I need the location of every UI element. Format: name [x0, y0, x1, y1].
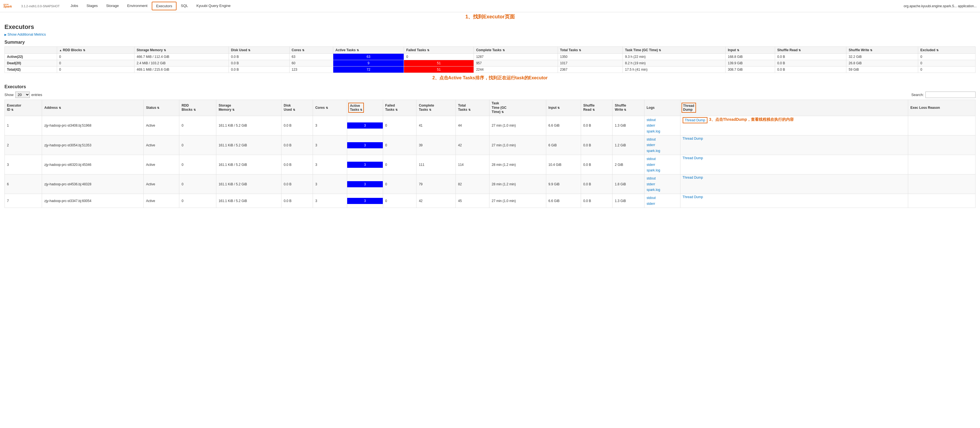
summary-col-rdd[interactable]: ▲ RDD Blocks ⇅ — [57, 47, 134, 54]
show-metrics-link[interactable]: Show Additional Metrics — [5, 32, 46, 36]
summary-col-task-time[interactable]: Task Time (GC Time) ⇅ — [623, 47, 725, 54]
thread-dump-link[interactable]: Thread Dump — [682, 156, 703, 160]
log-link-stdout[interactable]: stdout — [647, 196, 656, 200]
summary-cell: 17.5 h (41 min) — [623, 67, 725, 73]
exec-shuffle-read-cell: 0.0 B — [581, 155, 612, 174]
summary-col-failed-tasks[interactable]: Failed Tasks ⇅ — [404, 47, 474, 54]
summary-cell: 8.2 h (19 min) — [623, 60, 725, 67]
exec-col-disk[interactable]: DiskUsed ⇅ — [282, 100, 313, 116]
exec-total-tasks-cell: 82 — [456, 174, 490, 194]
summary-cell: 0 — [918, 60, 975, 67]
exec-col-total-tasks[interactable]: TotalTasks ⇅ — [456, 100, 490, 116]
summary-col-shuffle-read[interactable]: Shuffle Read ⇅ — [775, 47, 846, 54]
log-link-stdout[interactable]: stdout — [647, 118, 656, 122]
log-link-stderr[interactable]: stderr — [647, 124, 655, 127]
annotation-step1: 1、找到Executor页面 — [465, 14, 514, 19]
exec-complete-tasks-cell: 42 — [417, 194, 456, 208]
thread-dump-link[interactable]: Thread Dump — [682, 117, 708, 123]
thread-dump-link[interactable]: Thread Dump — [682, 195, 703, 199]
log-link-stderr[interactable]: stderr — [647, 182, 655, 186]
summary-col-total-tasks[interactable]: Total Tasks ⇅ — [558, 47, 623, 54]
exec-col-task-time[interactable]: TaskTime (GCTime) ⇅ — [490, 100, 546, 116]
exec-col-thread-dump[interactable]: ThreadDump — [680, 100, 908, 116]
summary-cell: 60 — [289, 60, 333, 67]
entries-suffix: entries — [32, 93, 42, 97]
exec-col-shuffle-read[interactable]: ShuffleRead ⇅ — [581, 100, 612, 116]
exec-active-tasks-cell: 3 — [347, 194, 383, 208]
summary-row-label: Dead(20) — [5, 60, 57, 67]
exec-col-cores[interactable]: Cores ⇅ — [313, 100, 347, 116]
exec-loss-reason-cell — [908, 135, 975, 155]
exec-status-cell: Active — [144, 174, 179, 194]
exec-col-active-tasks[interactable]: ActiveTasks ⇅ — [347, 100, 383, 116]
exec-task-time-cell: 27 min (1.0 min) — [490, 194, 546, 208]
log-link-stdout[interactable]: stdout — [647, 138, 656, 141]
log-link-spark-log[interactable]: spark.log — [647, 188, 660, 192]
exec-col-rdd[interactable]: RDDBlocks ⇅ — [179, 100, 216, 116]
exec-input-cell: 10.4 GiB — [546, 155, 581, 174]
thread-dump-link[interactable]: Thread Dump — [682, 176, 703, 179]
exec-active-tasks-cell: 3 — [347, 116, 383, 135]
summary-cell: 469.1 MiB / 215.6 GiB — [134, 67, 229, 73]
summary-cell: 0.0 B — [775, 60, 846, 67]
nav-environment[interactable]: Environment — [123, 2, 152, 10]
exec-address-cell: zjy-hadoop-prc-st3408.bj:51968 — [42, 116, 144, 135]
exec-col-input[interactable]: Input ⇅ — [546, 100, 581, 116]
summary-cell: 466.7 MiB / 112.4 GiB — [134, 54, 229, 60]
search-group: Search: — [911, 92, 975, 98]
summary-cell: 1287 — [474, 54, 558, 60]
summary-col-shuffle-write[interactable]: Shuffle Write ⇅ — [846, 47, 918, 54]
search-input[interactable] — [926, 92, 975, 98]
exec-col-complete-tasks[interactable]: CompleteTasks ⇅ — [417, 100, 456, 116]
summary-cell: 9.3 h (22 min) — [623, 54, 725, 60]
summary-col-input[interactable]: Input ⇅ — [725, 47, 775, 54]
log-link-stdout[interactable]: stdout — [647, 157, 656, 161]
exec-col-id[interactable]: ExecutorID ⇅ — [5, 100, 42, 116]
summary-col-complete-tasks[interactable]: Complete Tasks ⇅ — [474, 47, 558, 54]
exec-status-cell: Active — [144, 194, 179, 208]
exec-cores-cell: 3 — [313, 116, 347, 135]
exec-col-shuffle-write[interactable]: ShuffleWrite ⇅ — [612, 100, 644, 116]
nav-kyuubi[interactable]: Kyuubi Query Engine — [192, 2, 235, 10]
summary-col-storage[interactable]: Storage Memory ⇅ — [134, 47, 229, 54]
nav-storage[interactable]: Storage — [102, 2, 123, 10]
exec-status-cell: Active — [144, 116, 179, 135]
exec-storage-memory-cell: 161.1 KiB / 5.2 GiB — [216, 194, 282, 208]
nav-executors[interactable]: Executors — [152, 2, 177, 10]
exec-failed-tasks-cell: 0 — [383, 174, 417, 194]
log-link-stderr[interactable]: stderr — [647, 143, 655, 147]
exec-col-address[interactable]: Address ⇅ — [42, 100, 144, 116]
log-link-stderr[interactable]: stderr — [647, 163, 655, 167]
exec-col-logs[interactable]: Logs — [644, 100, 680, 116]
summary-col-excluded[interactable]: Excluded ⇅ — [918, 47, 975, 54]
table-controls: Show 20 50 100 entries Search: — [5, 92, 975, 98]
log-link-spark-log[interactable]: spark.log — [647, 168, 660, 172]
exec-col-status[interactable]: Status ⇅ — [144, 100, 179, 116]
exec-logs-cell: stdoutstderr — [644, 194, 680, 208]
nav-stages[interactable]: Stages — [83, 2, 102, 10]
exec-storage-memory-cell: 161.1 KiB / 5.2 GiB — [216, 155, 282, 174]
log-link-spark-log[interactable]: spark.log — [647, 129, 660, 133]
exec-logs-cell: stdoutstderrspark.log — [644, 174, 680, 194]
summary-col-disk[interactable]: Disk Used ⇅ — [229, 47, 289, 54]
exec-col-failed-tasks[interactable]: FailedTasks ⇅ — [383, 100, 417, 116]
summary-col-cores[interactable]: Cores ⇅ — [289, 47, 333, 54]
exec-executor-id-cell: 3 — [5, 155, 42, 174]
nav-jobs[interactable]: Jobs — [66, 2, 82, 10]
entries-select[interactable]: 20 50 100 — [15, 92, 30, 98]
thread-dump-link[interactable]: Thread Dump — [682, 136, 703, 141]
log-link-stderr[interactable]: stderr — [647, 202, 655, 206]
log-link-spark-log[interactable]: spark.log — [647, 149, 660, 153]
exec-disk-used-cell: 0.0 B — [282, 174, 313, 194]
exec-loss-reason-cell — [908, 155, 975, 174]
exec-shuffle-write-cell: 1.3 GiB — [612, 116, 644, 135]
exec-total-tasks-cell: 114 — [456, 155, 490, 174]
nav-sql[interactable]: SQL — [177, 2, 192, 10]
exec-col-storage[interactable]: StorageMemory ⇅ — [216, 100, 282, 116]
log-link-stdout[interactable]: stdout — [647, 176, 656, 180]
summary-col-active-tasks[interactable]: Active Tasks ⇅ — [333, 47, 404, 54]
summary-cell: 308.7 GiB — [725, 67, 775, 73]
summary-cell: 0 — [57, 67, 134, 73]
exec-shuffle-write-cell: 1.8 GiB — [612, 174, 644, 194]
summary-cell: 1350 — [558, 54, 623, 60]
